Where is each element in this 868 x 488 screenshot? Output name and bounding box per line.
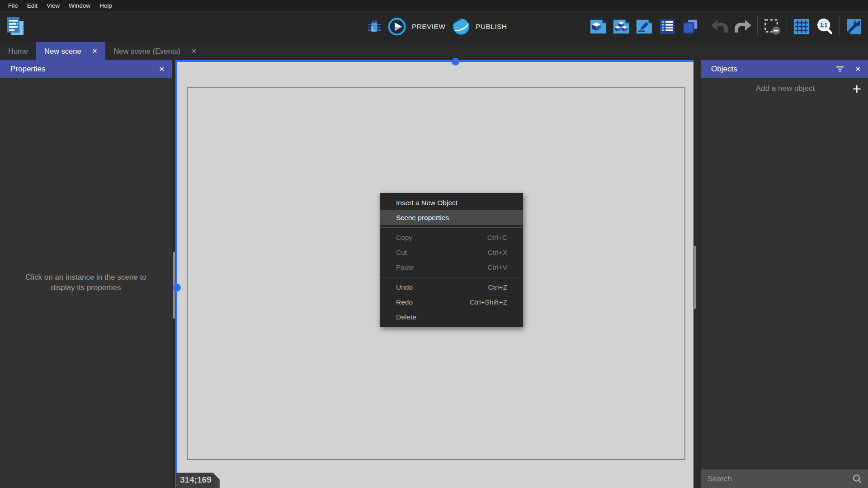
publish-button[interactable] [453,18,470,35]
grid-icon [793,18,810,35]
tab-home-label: Home [8,47,28,56]
context-menu-item-paste[interactable]: Paste Ctrl+V [380,260,523,275]
close-icon[interactable]: ✕ [191,48,197,54]
gdevelop-window: File Edit View Window Help [0,0,868,488]
preview-button[interactable] [388,18,406,36]
plus-icon[interactable]: + [852,82,861,95]
context-menu-item-delete[interactable]: Delete [380,310,523,324]
menu-item-label: Insert a New Object [396,199,507,207]
menu-item-shortcut: Ctrl+X [488,249,508,257]
events-sheet-icon [659,18,676,35]
menu-item-label: Redo [396,298,470,306]
search-icon [852,474,862,484]
objects-editor-icon [613,18,630,35]
objects-search-bar [701,469,868,488]
open-scene-icon [590,18,607,35]
toolbar-separator [705,16,705,37]
setup-button[interactable] [845,18,863,35]
menu-item-label: Undo [396,283,488,291]
splitter-handle-top[interactable] [452,58,459,66]
tab-new-scene[interactable]: New scene ✕ [36,42,105,60]
canvas-right-scrollbar[interactable] [694,246,696,309]
layers-icon [682,18,699,35]
context-menu-separator [380,277,523,277]
deselect-mask-icon [764,18,781,35]
close-icon[interactable]: ✕ [159,65,165,73]
context-menu-item-scene-properties[interactable]: Scene properties [380,210,523,225]
toolbar-separator [757,16,758,37]
objects-panel-title: Objects [711,65,836,74]
menu-item-label: Scene properties [396,214,507,222]
menu-window[interactable]: Window [64,0,95,11]
scene-editor-canvas[interactable]: 314;169 Insert a New Object Scene proper… [175,60,693,488]
properties-panel: Properties ✕ Click on an instance in the… [0,60,172,488]
menu-item-shortcut: Ctrl+Z [488,283,507,291]
objects-panel: Objects ✕ Add a new object + [701,60,868,488]
context-menu: Insert a New Object Scene properties Cop… [380,193,523,327]
redo-button[interactable] [734,19,751,34]
cursor-coordinates-badge: 314;169 [176,473,220,488]
toolbar-right: 1:1 [590,11,863,42]
tab-new-scene-label: New scene [44,47,81,56]
toolbar: PREVIEW PUBLISH [0,11,868,42]
zoom-original-button[interactable]: 1:1 [816,18,833,35]
edit-properties-button[interactable] [636,18,653,35]
search-input[interactable] [707,474,852,484]
tab-new-scene-events-label: New scene (Events) [113,47,180,56]
menu-item-label: Paste [396,263,488,272]
properties-panel-title: Properties [10,65,148,74]
tab-new-scene-events[interactable]: New scene (Events) ✕ [105,42,204,60]
preview-play-icon [388,18,406,36]
filter-icon[interactable] [836,66,844,72]
project-manager-button[interactable] [6,16,25,37]
debug-bug-icon [367,19,382,34]
properties-empty-message: Click on an instance in the scene to dis… [15,272,156,293]
context-menu-item-cut[interactable]: Cut Ctrl+X [380,245,523,260]
edit-pencil-icon [636,18,653,35]
toolbar-separator [787,16,787,37]
right-panel-divider[interactable] [693,60,701,488]
undo-button[interactable] [711,19,728,34]
close-icon[interactable]: ✕ [92,48,98,54]
context-menu-item-insert-new-object[interactable]: Insert a New Object [380,195,523,210]
canvas-focus-border-top [175,60,693,62]
publish-globe-icon [453,18,470,35]
menu-view[interactable]: View [42,0,64,11]
objects-list[interactable] [701,99,868,469]
properties-panel-body: Click on an instance in the scene to dis… [0,78,172,488]
undo-icon [711,19,728,34]
publish-label[interactable]: PUBLISH [476,23,507,31]
menu-item-label: Delete [396,313,507,321]
context-menu-item-undo[interactable]: Undo Ctrl+Z [380,280,523,295]
left-panel-divider[interactable] [172,60,175,488]
menu-item-shortcut: Ctrl+C [487,234,507,242]
context-menu-separator [380,227,523,228]
zoom-1-1-icon: 1:1 [816,18,833,35]
setup-wrench-icon [845,18,863,35]
splitter-handle-left[interactable] [173,284,181,291]
tab-bar: Home New scene ✕ New scene (Events) ✕ [0,42,868,60]
deselect-button[interactable] [764,18,781,35]
context-menu-item-copy[interactable]: Copy Ctrl+C [380,230,523,245]
svg-text:1:1: 1:1 [820,22,827,28]
add-object-label: Add a new object [708,84,852,93]
layers-button[interactable] [682,18,699,35]
menu-item-label: Cut [396,249,488,257]
menu-edit[interactable]: Edit [23,0,42,11]
toolbar-center: PREVIEW PUBLISH [367,11,507,42]
context-menu-item-redo[interactable]: Redo Ctrl+Shift+Z [380,295,523,310]
tab-home[interactable]: Home [0,42,36,60]
menu-file[interactable]: File [4,0,23,11]
open-scene-button[interactable] [590,18,607,35]
preview-label[interactable]: PREVIEW [412,23,445,31]
toolbar-separator [839,16,840,37]
debug-button[interactable] [367,19,382,34]
close-icon[interactable]: ✕ [855,65,861,73]
menu-item-label: Copy [396,234,487,242]
menu-help[interactable]: Help [95,0,117,11]
add-object-row[interactable]: Add a new object + [701,78,868,99]
events-sheet-button[interactable] [659,18,676,35]
objects-editor-button[interactable] [613,18,630,35]
grid-button[interactable] [793,18,810,35]
menu-bar: File Edit View Window Help [0,0,868,11]
